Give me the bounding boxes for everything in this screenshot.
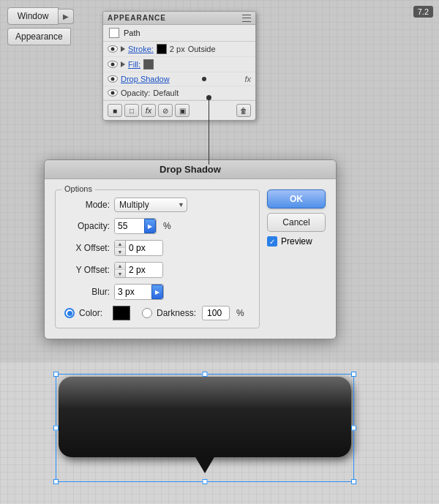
x-offset-stepper: ▲ ▼ [114,240,163,256]
color-radio-inner [67,311,72,316]
x-offset-arrows: ▲ ▼ [115,241,126,255]
drop-shadow-visibility-icon[interactable] [108,75,118,83]
drop-shadow-dialog: Drop Shadow Options Mode: Multiply Norma… [44,159,337,339]
blur-row: Blur: ▶ [64,284,250,300]
appearance-button-group: Appearance [7,28,74,45]
blur-label: Blur: [64,287,110,297]
opacity-value: Default [153,89,179,97]
darkness-percent: % [236,308,244,318]
version-badge: 7.2 [413,6,433,18]
window-button-group: Window ▶ [7,7,74,25]
panel-title: APPEARANCE [108,14,166,22]
cancel-button[interactable]: Cancel [267,213,326,232]
panel-titlebar: APPEARANCE [103,12,255,25]
fx-button[interactable]: fx [141,104,156,117]
x-offset-label: X Offset: [64,243,110,253]
appearance-button[interactable]: Appearance [7,28,71,45]
canvas-area [0,362,439,504]
color-label: Color: [79,308,108,318]
panel-menu-icon[interactable] [242,15,251,22]
opacity-option-label: Opacity: [64,221,110,231]
color-picker-box[interactable] [113,306,130,320]
toolbar: Window ▶ Appearance [7,7,74,45]
path-icon [109,28,119,38]
stroke-label[interactable]: Stroke: [128,45,154,53]
stroke-size: 2 px [170,45,185,53]
fill-expand-icon[interactable] [121,61,125,67]
options-legend: Options [61,184,95,193]
clear-button[interactable]: ⊘ [158,104,173,117]
opacity-arrow-button[interactable]: ▶ [144,219,156,233]
fill-row: Fill: [103,57,255,72]
dialog-body: Options Mode: Multiply Normal Screen Ove… [45,179,336,339]
x-offset-row: X Offset: ▲ ▼ [64,240,250,256]
duplicate-button[interactable]: ▣ [175,104,190,117]
blur-input[interactable] [115,285,151,299]
stroke-position: Outside [188,45,216,53]
window-arrow-button[interactable]: ▶ [59,9,74,24]
x-offset-up[interactable]: ▲ [115,241,125,248]
opacity-label: Opacity: [121,89,150,97]
dialog-options: Options Mode: Multiply Normal Screen Ove… [55,189,260,328]
drop-shadow-label[interactable]: Drop Shadow [121,75,170,83]
darkness-label: Darkness: [157,308,196,318]
opacity-visibility-icon[interactable] [108,89,118,97]
opacity-percent: % [163,221,171,231]
panel-footer: ■ □ fx ⊘ ▣ 🗑 [103,100,255,120]
connector-line [209,99,209,165]
darkness-input[interactable] [202,306,230,320]
options-group: Options Mode: Multiply Normal Screen Ove… [55,189,260,328]
drop-shadow-row: Drop Shadow fx [103,72,255,86]
ok-button[interactable]: OK [267,189,326,208]
window-button[interactable]: Window [7,7,59,25]
color-radio[interactable] [64,308,75,318]
fill-label[interactable]: Fill: [128,60,140,69]
speech-bubble [59,377,351,457]
color-row: Color: Darkness: % [64,306,250,320]
fill-color-swatch[interactable] [143,59,154,69]
y-offset-row: Y Offset: ▲ ▼ [64,262,250,278]
y-offset-input[interactable] [126,263,162,277]
y-offset-up[interactable]: ▲ [115,263,125,270]
stroke-visibility-icon[interactable] [108,45,118,53]
y-offset-stepper: ▲ ▼ [114,262,163,278]
speech-bubble-container [59,377,351,457]
opacity-input-wrapper: ▶ [114,218,157,234]
appearance-panel: APPEARANCE Path Stroke: 2 px Outside Fil… [102,11,256,121]
x-offset-down[interactable]: ▼ [115,248,125,255]
y-offset-arrows: ▲ ▼ [115,263,126,277]
fill-visibility-icon[interactable] [108,61,118,68]
dialog-titlebar: Drop Shadow [45,160,336,179]
stroke-row: Stroke: 2 px Outside [103,42,255,57]
blur-input-wrapper: ▶ [114,284,164,300]
panel-btn-2[interactable]: □ [124,104,139,117]
preview-label: Preview [281,236,312,247]
mode-select-wrapper: Multiply Normal Screen Overlay ▼ [114,198,187,212]
y-offset-down[interactable]: ▼ [115,270,125,277]
dialog-buttons: OK Cancel ✓ Preview [267,189,326,328]
fx-badge[interactable]: fx [244,75,251,83]
path-label: Path [124,29,140,37]
mode-select[interactable]: Multiply Normal Screen Overlay [114,198,187,212]
preview-checkbox[interactable]: ✓ [267,236,277,247]
opacity-row: Opacity: Default [103,86,255,100]
y-offset-label: Y Offset: [64,265,110,275]
stroke-expand-icon[interactable] [121,46,125,52]
mode-row: Mode: Multiply Normal Screen Overlay ▼ [64,198,250,212]
x-offset-input[interactable] [126,241,162,255]
opacity-input[interactable] [115,219,144,233]
darkness-radio[interactable] [142,308,152,318]
opacity-option-row: Opacity: ▶ % [64,218,250,234]
panel-path-row: Path [103,25,255,42]
blur-arrow-button[interactable]: ▶ [151,285,163,299]
new-layer-button[interactable]: ■ [108,104,122,117]
preview-row: ✓ Preview [267,236,326,247]
mode-label: Mode: [64,200,110,210]
drop-shadow-connector-dot [202,77,206,81]
stroke-color-swatch[interactable] [157,44,167,54]
delete-button[interactable]: 🗑 [236,104,251,117]
